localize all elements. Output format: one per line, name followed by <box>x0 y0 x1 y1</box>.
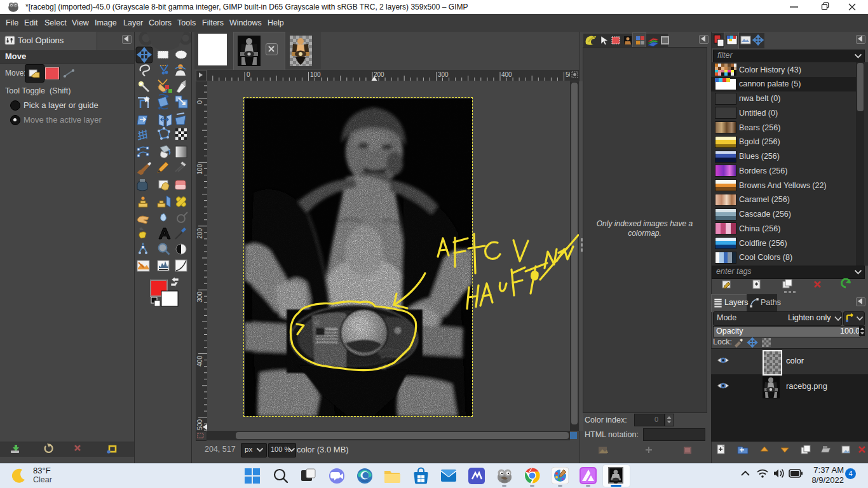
svg-text:500: 500 <box>196 419 203 430</box>
svg-text:100: 100 <box>196 164 203 175</box>
svg-text:400: 400 <box>501 71 512 78</box>
svg-text:400: 400 <box>196 356 203 367</box>
svg-text:500: 500 <box>566 71 570 78</box>
svg-text:300: 300 <box>196 292 203 302</box>
svg-text:100: 100 <box>310 71 321 78</box>
svg-text:200: 200 <box>374 71 384 78</box>
svg-text:300: 300 <box>438 71 449 78</box>
svg-text:0: 0 <box>247 71 250 78</box>
svg-text:200: 200 <box>196 228 203 239</box>
svg-text:0: 0 <box>196 100 203 104</box>
